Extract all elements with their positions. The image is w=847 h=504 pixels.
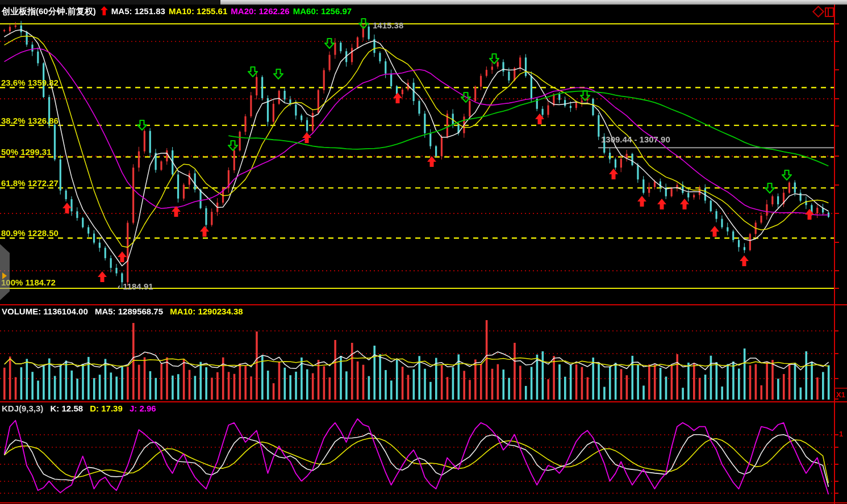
kdj-axis-label: 1 bbox=[839, 430, 843, 438]
ma10-value: MA10: 1255.61 bbox=[169, 6, 227, 16]
window-icon[interactable] bbox=[825, 7, 834, 17]
ma20-value: MA20: 1262.26 bbox=[231, 6, 289, 16]
gap-range-label: 1309.44 - 1307.90 bbox=[601, 135, 670, 144]
fib-label-23-6: 23.6% 1359.82 bbox=[1, 78, 59, 87]
fib-label-38-2: 38.2% 1326.86 bbox=[1, 116, 59, 125]
ma5-value: MA5: 1251.83 bbox=[111, 6, 165, 16]
volume-axis-unit-label: X1 bbox=[836, 390, 845, 399]
volume-header: VOLUME: 1136104.00 MA5: 1289568.75 MA10:… bbox=[2, 306, 243, 316]
peak-price-label: 1415.38 bbox=[373, 20, 403, 30]
volume-value: VOLUME: 1136104.00 bbox=[2, 306, 88, 316]
symbol-title: 创业板指(60分钟.前复权) bbox=[2, 6, 96, 16]
expand-arrow-icon bbox=[2, 272, 7, 279]
fib-label-61-8: 61.8% 1272.27 bbox=[1, 178, 59, 188]
main-chart-header: 创业板指(60分钟.前复权)MA5: 1251.83MA10: 1255.61M… bbox=[2, 6, 355, 17]
volume-ma10-value: MA10: 1290234.38 bbox=[170, 306, 243, 316]
kdj-header: KDJ(9,3,3) K: 12.58 D: 17.39 J: 2.96 bbox=[2, 404, 156, 413]
volume-ma5-value: MA5: 1289568.75 bbox=[95, 306, 163, 316]
kdj-d-value: D: 17.39 bbox=[90, 404, 123, 413]
left-pointer-icon: ‹ bbox=[118, 282, 120, 291]
chart-canvas[interactable] bbox=[0, 0, 847, 504]
kdj-k-value: K: 12.58 bbox=[51, 404, 84, 413]
fib-label-50: 50% 1299.31 bbox=[1, 147, 51, 157]
ma60-value: MA60: 1256.97 bbox=[293, 6, 352, 16]
fib-label-80-9: 80.9% 1228.50 bbox=[1, 228, 59, 238]
stock-chart-app: { "main": { "title": "创业板指(60分钟.前复权)", "… bbox=[0, 0, 847, 504]
trough-price-label: ‹ 1184.91 bbox=[118, 282, 153, 291]
up-arrow-icon bbox=[101, 6, 108, 15]
sidebar-slide-handle[interactable] bbox=[0, 244, 10, 300]
kdj-name: KDJ(9,3,3) bbox=[2, 404, 43, 413]
kdj-j-value: J: 2.96 bbox=[130, 404, 156, 413]
